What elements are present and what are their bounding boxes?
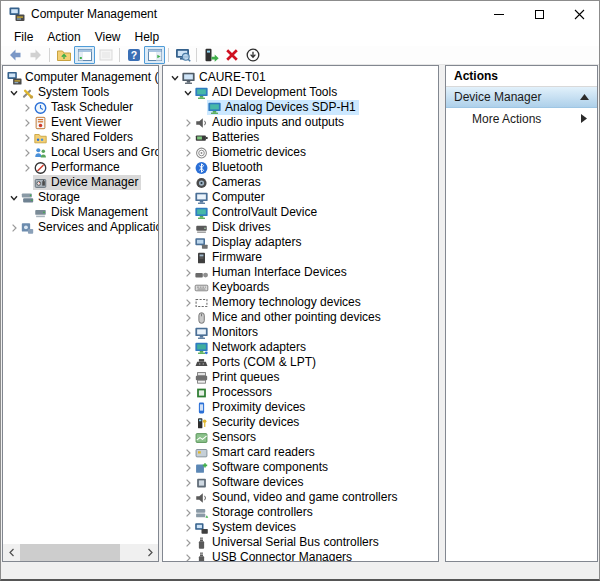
tree-item-memory-technology-devices[interactable]: Memory technology devices <box>163 295 438 310</box>
show-action-pane-button[interactable] <box>144 46 165 64</box>
tree-item-keyboards[interactable]: Keyboards <box>163 280 438 295</box>
tree-item-storage-controllers[interactable]: Storage controllers <box>163 505 438 520</box>
collapse-expander-icon[interactable] <box>181 86 194 99</box>
tree-item-proximity-devices[interactable]: Proximity devices <box>163 400 438 415</box>
tree-item-network-adapters[interactable]: Network adapters <box>163 340 438 355</box>
expand-expander-icon[interactable] <box>181 431 194 444</box>
tree-item-universal-serial-bus-controllers[interactable]: Universal Serial Bus controllers <box>163 535 438 550</box>
tree-item-services-and-applications[interactable]: Services and Applications <box>3 220 158 235</box>
menu-view[interactable]: View <box>88 29 128 45</box>
tree-item-computer[interactable]: Computer <box>163 190 438 205</box>
expand-expander-icon[interactable] <box>181 476 194 489</box>
back-button[interactable] <box>4 46 25 64</box>
expand-expander-icon[interactable] <box>181 416 194 429</box>
expand-expander-icon[interactable] <box>181 281 194 294</box>
tree-item-display-adapters[interactable]: Display adapters <box>163 235 438 250</box>
collapse-expander-icon[interactable] <box>7 86 20 99</box>
tree-item-disk-management[interactable]: Disk Management <box>3 205 158 220</box>
tree-item-device-manager[interactable]: Device Manager <box>3 175 158 190</box>
expand-expander-icon[interactable] <box>181 191 194 204</box>
expand-expander-icon[interactable] <box>181 146 194 159</box>
scan-hardware-changes-button[interactable] <box>172 46 193 64</box>
tree-item-software-components[interactable]: Software components <box>163 460 438 475</box>
tree-item-sound-video-and-game-controllers[interactable]: Sound, video and game controllers <box>163 490 438 505</box>
uninstall-device-button[interactable] <box>221 46 242 64</box>
help-button[interactable]: ? <box>123 46 144 64</box>
tree-item-event-viewer[interactable]: Event Viewer <box>3 115 158 130</box>
scroll-left-button[interactable] <box>3 544 20 561</box>
tree-item-mice-and-other-pointing-devices[interactable]: Mice and other pointing devices <box>163 310 438 325</box>
tree-item-processors[interactable]: Processors <box>163 385 438 400</box>
tree-item-analog-devices-sdp-h1[interactable]: Analog Devices SDP-H1 <box>163 100 438 115</box>
tree-item-disk-drives[interactable]: Disk drives <box>163 220 438 235</box>
minimize-button[interactable] <box>479 1 519 27</box>
expand-expander-icon[interactable] <box>20 101 33 114</box>
tree-item-software-devices[interactable]: Software devices <box>163 475 438 490</box>
expand-expander-icon[interactable] <box>181 551 194 562</box>
tree-item-human-interface-devices[interactable]: Human Interface Devices <box>163 265 438 280</box>
expand-expander-icon[interactable] <box>181 386 194 399</box>
up-one-level-button[interactable] <box>53 46 74 64</box>
update-driver-button[interactable] <box>200 46 221 64</box>
expand-expander-icon[interactable] <box>181 296 194 309</box>
horizontal-scrollbar[interactable] <box>3 544 158 561</box>
expand-expander-icon[interactable] <box>181 251 194 264</box>
tree-item-performance[interactable]: Performance <box>3 160 158 175</box>
expand-expander-icon[interactable] <box>181 461 194 474</box>
tree-item-bluetooth[interactable]: Bluetooth <box>163 160 438 175</box>
tree-item-local-users-and-groups[interactable]: Local Users and Groups <box>3 145 158 160</box>
tree-item-smart-card-readers[interactable]: Smart card readers <box>163 445 438 460</box>
expand-expander-icon[interactable] <box>181 221 194 234</box>
collapse-chevron-icon[interactable] <box>580 94 589 100</box>
scrollbar-thumb[interactable] <box>20 544 120 561</box>
menu-action[interactable]: Action <box>40 29 87 45</box>
expand-expander-icon[interactable] <box>181 341 194 354</box>
tree-item-controlvault-device[interactable]: ControlVault Device <box>163 205 438 220</box>
menu-file[interactable]: File <box>7 29 40 45</box>
title-bar[interactable]: Computer Management <box>1 1 599 27</box>
expand-expander-icon[interactable] <box>181 506 194 519</box>
tree-item-biometric-devices[interactable]: Biometric devices <box>163 145 438 160</box>
expand-expander-icon[interactable] <box>181 131 194 144</box>
expand-expander-icon[interactable] <box>20 146 33 159</box>
expand-expander-icon[interactable] <box>181 266 194 279</box>
actions-group-device-manager[interactable]: Device Manager <box>446 87 597 108</box>
show-console-tree-button[interactable] <box>74 46 95 64</box>
tree-item-computer-management-local[interactable]: Computer Management (Local <box>3 70 158 85</box>
tree-item-system-tools[interactable]: System Tools <box>3 85 158 100</box>
tree-item-usb-connector-managers[interactable]: USB Connector Managers <box>163 550 438 562</box>
tree-item-ports-com-lpt[interactable]: Ports (COM & LPT) <box>163 355 438 370</box>
tree-item-batteries[interactable]: Batteries <box>163 130 438 145</box>
tree-item-task-scheduler[interactable]: Task Scheduler <box>3 100 158 115</box>
maximize-button[interactable] <box>519 1 559 27</box>
expand-expander-icon[interactable] <box>181 161 194 174</box>
tree-item-adi-development-tools[interactable]: ADI Development Tools <box>163 85 438 100</box>
expand-expander-icon[interactable] <box>181 536 194 549</box>
expand-expander-icon[interactable] <box>20 161 33 174</box>
tree-item-system-devices[interactable]: System devices <box>163 520 438 535</box>
tree-item-shared-folders[interactable]: Shared Folders <box>3 130 158 145</box>
tree-item-print-queues[interactable]: Print queues <box>163 370 438 385</box>
tree-item-storage[interactable]: Storage <box>3 190 158 205</box>
expand-expander-icon[interactable] <box>181 326 194 339</box>
expand-expander-icon[interactable] <box>7 221 20 234</box>
scroll-right-button[interactable] <box>141 544 158 561</box>
expand-expander-icon[interactable] <box>181 401 194 414</box>
expand-expander-icon[interactable] <box>181 236 194 249</box>
tree-item-firmware[interactable]: Firmware <box>163 250 438 265</box>
expand-expander-icon[interactable] <box>20 131 33 144</box>
expand-expander-icon[interactable] <box>181 116 194 129</box>
expand-expander-icon[interactable] <box>181 176 194 189</box>
tree-item-monitors[interactable]: Monitors <box>163 325 438 340</box>
menu-help[interactable]: Help <box>128 29 167 45</box>
close-button[interactable] <box>559 1 599 27</box>
expand-expander-icon[interactable] <box>181 311 194 324</box>
disable-device-button[interactable] <box>242 46 263 64</box>
tree-item-cameras[interactable]: Cameras <box>163 175 438 190</box>
more-actions-item[interactable]: More Actions <box>446 108 597 129</box>
collapse-expander-icon[interactable] <box>7 191 20 204</box>
scrollbar-track[interactable] <box>20 544 141 561</box>
tree-item-sensors[interactable]: Sensors <box>163 430 438 445</box>
tree-item-security-devices[interactable]: Security devices <box>163 415 438 430</box>
tree-item-audio-inputs-and-outputs[interactable]: Audio inputs and outputs <box>163 115 438 130</box>
